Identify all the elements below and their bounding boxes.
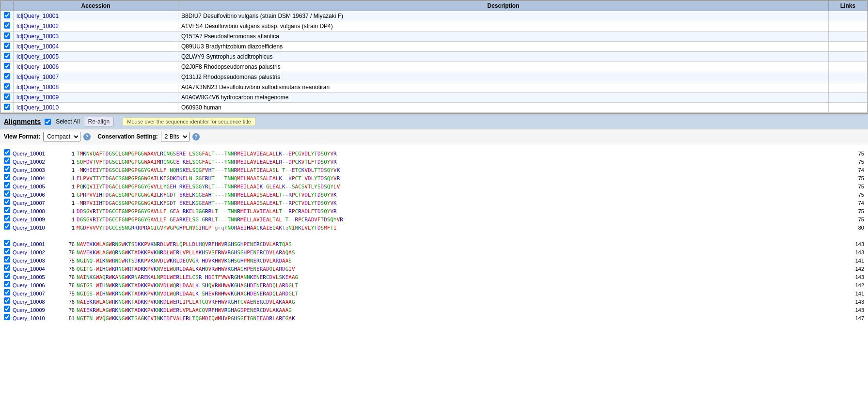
align-row-name[interactable]: Query_10008 (13, 208, 61, 214)
row-checkbox[interactable] (4, 53, 10, 59)
row-checkbox[interactable] (4, 43, 10, 49)
align-row-name[interactable]: Query_10001 (13, 151, 61, 156)
table-row: lcl|Query_10004 Q89UU3 Bradyrhizobium di… (1, 42, 868, 52)
select-all-label: Select All (56, 118, 79, 125)
align-row-name[interactable]: Query_10002 (13, 159, 61, 165)
accession-cell: lcl|Query_10007 (14, 72, 178, 82)
align-row-seq: QGITG-WIHGWKRNGWRTADKKPVKNVELWQRLDAALKAH… (77, 266, 845, 272)
align-row-checkbox[interactable] (4, 149, 13, 157)
row-checkbox[interactable] (4, 22, 10, 29)
accession-link[interactable]: lcl|Query_10008 (16, 84, 59, 91)
view-format-label: View Format: (4, 133, 40, 140)
align-row-checkbox[interactable] (4, 223, 13, 231)
view-format-help-icon[interactable]: ? (83, 133, 91, 140)
align-row-checkbox[interactable] (4, 256, 13, 264)
row-checkbox-cell[interactable] (1, 82, 14, 93)
conservation-select[interactable]: 2 Bits1 BitOff (161, 132, 189, 141)
checkbox-header (1, 1, 14, 11)
align-row-checkbox[interactable] (4, 273, 13, 280)
align-row-checkbox[interactable] (4, 215, 13, 223)
row-checkbox[interactable] (4, 32, 10, 39)
align-row-seq: SQFDVTVFTDGSCLGNPGPGGWAAIMRCNGCE KELSGGF… (77, 159, 845, 165)
accession-link[interactable]: lcl|Query_10006 (16, 63, 59, 70)
align-row-checkbox[interactable] (4, 248, 13, 256)
table-row: lcl|Query_10010 O60930 human (1, 103, 868, 113)
table-row: lcl|Query_10001 B8DIU7 Desulfovibrio vul… (1, 11, 868, 21)
align-row-name[interactable]: Query_10006 (13, 282, 61, 288)
description-header: Description (178, 1, 829, 11)
row-checkbox-cell[interactable] (1, 11, 14, 21)
main-container: Accession Description Links lcl|Query_10… (0, 0, 868, 335)
accession-link[interactable]: lcl|Query_10004 (16, 43, 59, 50)
align-row-end: 143 (847, 299, 864, 305)
align-row-checkbox[interactable] (4, 190, 13, 198)
align-row: Query_10004 76 QGITG-WIHGWKRNGWRTADKKPVK… (4, 264, 864, 272)
row-checkbox-cell[interactable] (1, 72, 14, 82)
align-row-name[interactable]: Query_10001 (13, 241, 61, 247)
view-format-select[interactable]: CompactFull (43, 132, 80, 141)
align-row: Query_10003 75 NGINQ-WIKNWRNGWRTSDKKPVKN… (4, 256, 864, 264)
row-checkbox-cell[interactable] (1, 52, 14, 62)
align-row-name[interactable]: Query_10010 (13, 315, 61, 321)
align-row-name[interactable]: Query_10003 (13, 258, 61, 264)
row-checkbox-cell[interactable] (1, 42, 14, 52)
realign-button[interactable]: Re-align (84, 117, 114, 126)
accession-link[interactable]: lcl|Query_10010 (16, 104, 59, 111)
table-row: lcl|Query_10002 A1VFS4 Desulfovibrio vul… (1, 21, 868, 31)
conservation-help-icon[interactable]: ? (192, 133, 200, 140)
description-cell: B8DIU7 Desulfovibrio vulgaris (strain DS… (178, 11, 829, 21)
links-cell (829, 21, 868, 31)
align-row-name[interactable]: Query_10008 (13, 299, 61, 305)
align-row-checkbox[interactable] (4, 199, 13, 206)
row-checkbox[interactable] (4, 83, 10, 90)
row-checkbox[interactable] (4, 93, 10, 100)
row-checkbox[interactable] (4, 73, 10, 79)
align-row: Query_10008 76 NAIEKRWLAGWRKNGWKTADKKPVK… (4, 297, 864, 305)
accession-link[interactable]: lcl|Query_10007 (16, 74, 59, 80)
align-row-checkbox[interactable] (4, 166, 13, 173)
align-row-checkbox[interactable] (4, 157, 13, 165)
alignments-header-bar: Alignments Select All Re-align Mouse ove… (0, 113, 868, 129)
align-row-name[interactable]: Query_10005 (13, 184, 61, 189)
alignments-title[interactable]: Alignments (4, 118, 41, 125)
align-row-checkbox[interactable] (4, 289, 13, 297)
align-row-checkbox[interactable] (4, 281, 13, 289)
table-row: lcl|Query_10007 Q131J2 Rhodopseudomonas … (1, 72, 868, 82)
align-row-name[interactable]: Query_10009 (13, 307, 61, 313)
align-row-end: 143 (847, 249, 864, 255)
links-cell (829, 82, 868, 93)
row-checkbox-cell[interactable] (1, 31, 14, 42)
accession-cell: lcl|Query_10008 (14, 82, 178, 93)
row-checkbox[interactable] (4, 12, 10, 18)
align-row-checkbox[interactable] (4, 207, 13, 215)
align-row-name[interactable]: Query_10005 (13, 274, 61, 280)
row-checkbox[interactable] (4, 63, 10, 69)
align-row-name[interactable]: Query_10007 (13, 291, 61, 296)
align-row-name[interactable]: Query_10010 (13, 225, 61, 231)
align-row-name[interactable]: Query_10006 (13, 192, 61, 198)
align-row-name[interactable]: Query_10004 (13, 266, 61, 272)
align-row-name[interactable]: Query_10007 (13, 200, 61, 206)
align-row-checkbox[interactable] (4, 174, 13, 182)
accession-link[interactable]: lcl|Query_10003 (16, 33, 59, 40)
align-row-checkbox[interactable] (4, 182, 13, 190)
accession-link[interactable]: lcl|Query_10009 (16, 94, 59, 101)
align-row-checkbox[interactable] (4, 314, 13, 322)
accession-link[interactable]: lcl|Query_10002 (16, 23, 59, 30)
align-row-checkbox[interactable] (4, 306, 13, 313)
align-row-name[interactable]: Query_10004 (13, 175, 61, 181)
align-row-checkbox[interactable] (4, 297, 13, 305)
accession-link[interactable]: lcl|Query_10005 (16, 53, 59, 60)
align-row-name[interactable]: Query_10002 (13, 249, 61, 255)
row-checkbox-cell[interactable] (1, 21, 14, 31)
row-checkbox[interactable] (4, 104, 10, 110)
row-checkbox-cell[interactable] (1, 103, 14, 113)
row-checkbox-cell[interactable] (1, 93, 14, 103)
align-row-name[interactable]: Query_10003 (13, 167, 61, 173)
align-row-name[interactable]: Query_10009 (13, 217, 61, 222)
row-checkbox-cell[interactable] (1, 62, 14, 72)
align-row-checkbox[interactable] (4, 240, 13, 248)
select-all-checkbox[interactable] (45, 119, 51, 125)
align-row-checkbox[interactable] (4, 264, 13, 272)
accession-link[interactable]: lcl|Query_10001 (16, 13, 59, 19)
